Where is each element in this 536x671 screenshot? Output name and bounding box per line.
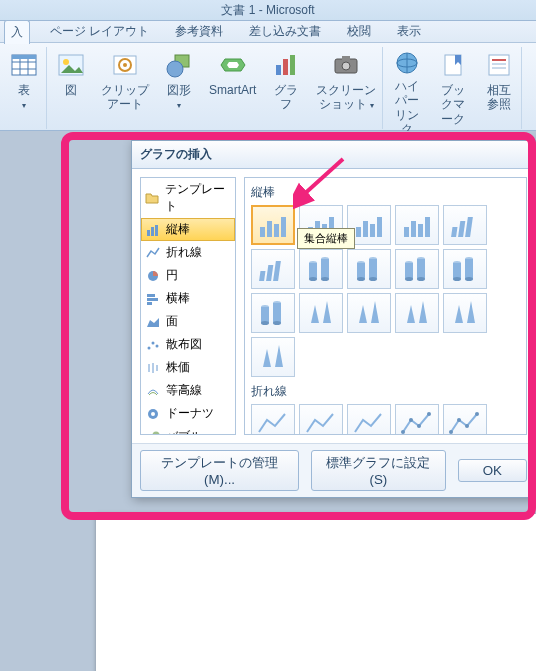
line-chart-thumb[interactable] <box>299 404 343 435</box>
svg-rect-77 <box>357 263 365 279</box>
column-chart-thumb[interactable] <box>443 249 487 289</box>
line-chart-thumb[interactable] <box>395 404 439 435</box>
column-chart-thumb[interactable] <box>395 249 439 289</box>
column-chart-thumb[interactable] <box>443 205 487 245</box>
dropdown-arrow-icon: ▾ <box>22 101 26 110</box>
svg-rect-18 <box>342 56 350 60</box>
ribbon-hyperlink-label: ハイパーリンク <box>391 79 423 137</box>
svg-rect-31 <box>151 227 154 236</box>
bar-icon <box>145 291 161 307</box>
category-item-bar[interactable]: 横棒 <box>141 287 235 310</box>
tab-review[interactable]: 校閲 <box>341 20 377 43</box>
picture-icon <box>55 49 87 81</box>
svg-point-87 <box>417 277 425 281</box>
category-item-scatter[interactable]: 散布図 <box>141 333 235 356</box>
section-column-label: 縦棒 <box>251 184 520 201</box>
category-item-contour[interactable]: 等高線 <box>141 379 235 402</box>
category-label: 折れ線 <box>166 244 202 261</box>
ribbon-smartart[interactable]: SmartArt <box>203 47 262 129</box>
svg-point-106 <box>465 424 469 428</box>
ribbon-shapes-label: 図形 <box>167 83 191 97</box>
category-label: ドーナツ <box>166 405 214 422</box>
svg-point-84 <box>405 277 413 281</box>
ok-button[interactable]: OK <box>458 459 527 482</box>
svg-rect-66 <box>465 217 473 237</box>
svg-rect-86 <box>417 259 425 279</box>
svg-point-93 <box>465 277 473 281</box>
ribbon-picture[interactable]: 図 <box>49 47 93 129</box>
chart-type-pane[interactable]: 縦棒 折れ線 円 <box>244 177 527 435</box>
tab-mailings[interactable]: 差し込み文書 <box>243 20 327 43</box>
tab-page-layout[interactable]: ページ レイアウト <box>44 20 155 43</box>
ribbon-chart[interactable]: グラフ <box>264 47 308 129</box>
svg-rect-34 <box>147 294 155 297</box>
category-label: バブル <box>166 428 202 435</box>
svg-rect-50 <box>274 224 279 237</box>
ribbon-table[interactable]: 表▾ <box>2 47 47 129</box>
column-chart-thumb[interactable] <box>347 293 391 333</box>
category-item-bubble[interactable]: バブル <box>141 425 235 435</box>
svg-rect-56 <box>356 227 361 237</box>
tab-references[interactable]: 参考資料 <box>169 20 229 43</box>
svg-rect-36 <box>147 302 152 305</box>
category-item-area[interactable]: 面 <box>141 310 235 333</box>
ribbon-crossref[interactable]: 相互参照 <box>477 47 522 129</box>
line-chart-thumbs <box>251 404 520 435</box>
column-chart-thumb[interactable] <box>299 249 343 289</box>
column-chart-thumb[interactable] <box>395 205 439 245</box>
column-chart-thumb[interactable] <box>251 293 295 333</box>
svg-point-46 <box>153 431 160 435</box>
column-chart-thumb[interactable] <box>347 249 391 289</box>
svg-rect-80 <box>369 259 377 279</box>
svg-rect-67 <box>259 271 265 281</box>
dialog-footer: テンプレートの管理(M)... 標準グラフに設定(S) OK <box>132 443 535 497</box>
tab-view[interactable]: 表示 <box>391 20 427 43</box>
svg-rect-5 <box>12 55 36 59</box>
column-chart-thumb[interactable] <box>299 293 343 333</box>
category-item-folder[interactable]: テンプレート <box>141 178 235 218</box>
svg-rect-83 <box>405 263 413 279</box>
svg-point-101 <box>409 418 413 422</box>
svg-point-107 <box>475 412 479 416</box>
category-item-doughnut[interactable]: ドーナツ <box>141 402 235 425</box>
column-chart-thumb[interactable] <box>251 249 295 289</box>
doughnut-icon <box>145 406 161 422</box>
svg-point-104 <box>449 430 453 434</box>
document-page <box>96 514 536 671</box>
svg-rect-95 <box>261 307 269 323</box>
line-chart-thumb[interactable] <box>443 404 487 435</box>
column-chart-thumb[interactable] <box>395 293 439 333</box>
category-item-column[interactable]: 縦棒 <box>141 218 235 241</box>
chart-category-list[interactable]: テンプレート縦棒折れ線円横棒面散布図株価等高線ドーナツバブルレーダー <box>140 177 236 435</box>
scatter-icon <box>145 337 161 353</box>
category-item-pie[interactable]: 円 <box>141 264 235 287</box>
manage-templates-button[interactable]: テンプレートの管理(M)... <box>140 450 299 491</box>
ribbon-header-partial[interactable]: ヘ <box>524 47 536 129</box>
category-label: 円 <box>166 267 178 284</box>
category-label: 散布図 <box>166 336 202 353</box>
line-chart-thumb[interactable] <box>251 404 295 435</box>
line-chart-thumb[interactable] <box>347 404 391 435</box>
ribbon-hyperlink[interactable]: ハイパーリンク <box>385 47 429 129</box>
column-chart-thumb[interactable] <box>443 293 487 333</box>
category-item-stock[interactable]: 株価 <box>141 356 235 379</box>
ribbon-screenshot-label: スクリーン ショット <box>316 83 376 111</box>
ribbon-screenshot[interactable]: スクリーン ショット ▾ <box>310 47 383 129</box>
svg-point-75 <box>321 277 329 281</box>
category-item-line[interactable]: 折れ線 <box>141 241 235 264</box>
svg-point-12 <box>167 61 183 77</box>
header-icon <box>530 49 536 81</box>
pie-icon <box>145 268 161 284</box>
hyperlink-icon <box>391 49 423 77</box>
category-label: 面 <box>166 313 178 330</box>
ribbon-clipart[interactable]: クリップ アート <box>95 47 155 129</box>
chart-icon <box>270 49 302 81</box>
tab-insert[interactable]: 入 <box>4 20 30 44</box>
ribbon-tabs: 入 ページ レイアウト 参考資料 差し込み文書 校閲 表示 <box>0 21 536 43</box>
column-chart-thumb[interactable] <box>251 205 295 245</box>
ribbon-bookmark[interactable]: ブックマーク <box>431 47 475 129</box>
ribbon-shapes[interactable]: 図形▾ <box>157 47 201 129</box>
set-default-chart-button[interactable]: 標準グラフに設定(S) <box>311 450 446 491</box>
svg-rect-64 <box>451 227 457 237</box>
column-chart-thumb[interactable] <box>251 337 295 377</box>
